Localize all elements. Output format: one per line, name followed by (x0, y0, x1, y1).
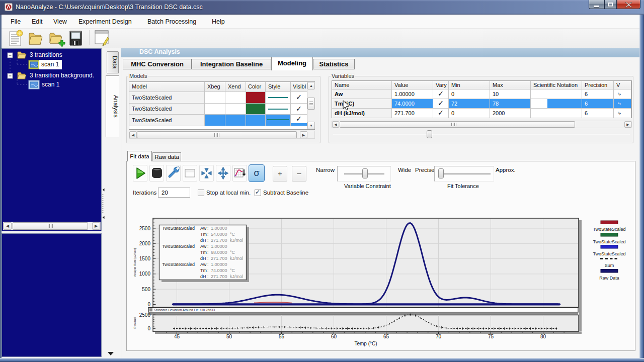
svg-text:80: 80 (540, 334, 546, 339)
svg-text:68.0000: 68.0000 (211, 250, 227, 255)
svg-text:TwoStateScaled: TwoStateScaled (162, 226, 195, 231)
svg-text:2000: 2000 (139, 241, 151, 246)
svg-text:271.700: 271.700 (211, 274, 227, 279)
svg-text:1.00000: 1.00000 (211, 244, 227, 249)
svg-text:°C: °C (230, 268, 235, 273)
svg-text::: : (207, 226, 209, 231)
svg-text:Tm: Tm (200, 250, 207, 255)
svg-text:Analyte Rate [µJ/sec]: Analyte Rate [µJ/sec] (133, 248, 136, 277)
svg-text:55: 55 (279, 334, 285, 339)
svg-text::: : (207, 244, 209, 249)
svg-text:74.0000: 74.0000 (211, 268, 227, 273)
svg-text:Tm: Tm (200, 232, 207, 237)
svg-text:°C: °C (230, 250, 235, 255)
svg-text:Tm: Tm (200, 268, 207, 273)
svg-text:Residual: Residual (133, 317, 136, 328)
svg-text:50: 50 (226, 334, 232, 339)
svg-text:TwoStateScaled: TwoStateScaled (593, 227, 625, 232)
svg-text:°C: °C (230, 232, 235, 237)
svg-text:70: 70 (436, 334, 442, 339)
svg-text:1500: 1500 (139, 256, 151, 261)
svg-text:0: 0 (147, 326, 150, 331)
svg-text:dH: dH (200, 256, 206, 261)
svg-text:TwoStateScaled: TwoStateScaled (162, 244, 195, 249)
svg-text:Aw: Aw (200, 244, 207, 249)
svg-text:Temp (°C): Temp (°C) (354, 341, 377, 346)
svg-text::: : (207, 262, 209, 267)
svg-text:271.700: 271.700 (211, 238, 227, 243)
svg-text:dH: dH (200, 274, 206, 279)
svg-text:TwoStateScaled: TwoStateScaled (593, 251, 625, 256)
svg-text::: : (207, 268, 209, 273)
svg-text:0: 0 (147, 302, 150, 307)
svg-text:45: 45 (174, 334, 180, 339)
svg-text:kJ/mol: kJ/mol (230, 256, 243, 261)
svg-text:54.0000: 54.0000 (211, 232, 227, 237)
svg-text:2500: 2500 (139, 226, 151, 231)
svg-text:TwoStateScaled: TwoStateScaled (593, 239, 625, 244)
svg-text:Raw Data: Raw Data (599, 276, 619, 281)
svg-text:1.00000: 1.00000 (211, 262, 227, 267)
svg-text:75: 75 (488, 334, 494, 339)
svg-text:TwoStateScaled: TwoStateScaled (162, 262, 195, 267)
svg-text:Aw: Aw (200, 262, 207, 267)
svg-text:1.00000: 1.00000 (211, 226, 227, 231)
svg-text:1000: 1000 (139, 271, 151, 277)
svg-text:271.700: 271.700 (211, 256, 227, 261)
svg-text:Aw: Aw (200, 226, 207, 231)
svg-text:Sum: Sum (605, 263, 614, 268)
svg-text::: : (207, 250, 209, 255)
svg-text::: : (207, 274, 209, 279)
svg-text:dH: dH (200, 238, 206, 243)
svg-text:60: 60 (331, 334, 337, 339)
svg-text:2500: 2500 (139, 312, 151, 318)
svg-text:500: 500 (142, 287, 150, 292)
svg-text::: : (207, 238, 209, 243)
svg-text:kJ/mol: kJ/mol (230, 238, 243, 243)
svg-text:kJ/mol: kJ/mol (230, 274, 243, 279)
svg-text::: : (207, 256, 209, 261)
svg-text:65: 65 (383, 334, 389, 339)
svg-text:Standard Deviation Around Fit:: Standard Deviation Around Fit: 738.76633 (154, 308, 215, 312)
svg-text::: : (207, 232, 209, 237)
